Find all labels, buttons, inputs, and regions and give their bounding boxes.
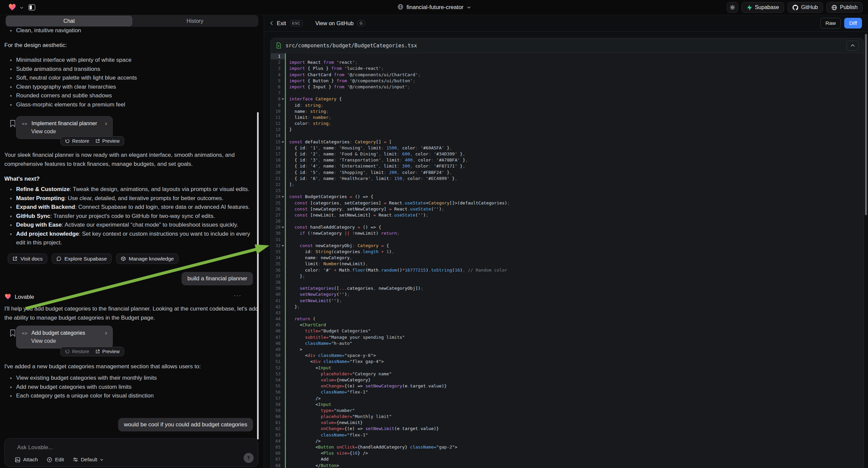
fold-chevron-icon[interactable] — [281, 227, 284, 228]
restore-preview-toolbar: Restore Preview — [60, 136, 124, 146]
restore-button[interactable]: Restore — [65, 138, 89, 144]
manage-knowledge-button[interactable]: Manage knowledge — [116, 254, 179, 264]
line-number: 40 — [271, 291, 285, 297]
code-text: onChange={(e) => setNewCategory(e.target… — [286, 383, 864, 389]
line-number: 67 — [271, 456, 285, 462]
manage-knowledge-label: Manage knowledge — [129, 256, 174, 262]
version-card-add-budget-categories[interactable]: <> Add budget categories › View code — [16, 326, 113, 349]
collapse-file-button[interactable] — [846, 40, 859, 51]
visit-docs-button[interactable]: Visit docs — [8, 254, 47, 264]
sidebar-toggle-icon[interactable] — [27, 2, 37, 12]
line-number: 1 — [271, 53, 285, 59]
code-text: }; — [286, 304, 864, 310]
list-item: Minimalist interface with plenty of whit… — [4, 56, 257, 65]
line-number: 33 — [271, 249, 285, 255]
edit-button[interactable]: Edit — [46, 457, 64, 463]
code-line: 26 const [newCategory, setNewCategory] =… — [271, 206, 864, 212]
code-line: 43 — [271, 310, 864, 316]
code-text: { id: '6', name: 'Healthcare', limit: 15… — [286, 176, 864, 182]
publish-button[interactable]: Publish — [827, 2, 863, 13]
code-text — [286, 218, 864, 224]
workspace-chevron-icon[interactable] — [20, 4, 24, 10]
added-bullet-list: View existing budget categories with the… — [4, 374, 257, 401]
line-number: 12 — [271, 120, 285, 126]
line-number: 16 — [271, 145, 285, 151]
explore-supabase-button[interactable]: Explore Supabase — [52, 254, 112, 264]
list-item: Clean typography with clear hierarchies — [4, 83, 257, 92]
lovable-avatar — [4, 293, 11, 300]
code-text: const defaultCategories: Category[] = [ — [286, 139, 864, 145]
fold-chevron-icon[interactable] — [281, 196, 284, 198]
line-number: 27 — [271, 212, 285, 218]
send-button[interactable] — [244, 453, 254, 463]
code-text: <Button onClick={handleAddCategory} clas… — [286, 444, 864, 450]
line-number: 45 — [271, 322, 285, 328]
code-text: const [categories, setCategories] = Reac… — [286, 200, 864, 206]
line-number: 3 — [271, 65, 285, 71]
restore-button[interactable]: Restore — [65, 349, 89, 354]
line-number: 32 — [271, 243, 285, 249]
bookmark-icon[interactable] — [10, 329, 16, 337]
code-line: 23 — [271, 188, 864, 194]
code-line: 8interface Category { — [271, 96, 864, 102]
fold-chevron-icon[interactable] — [281, 245, 284, 247]
code-text — [286, 53, 864, 59]
view-on-github-button[interactable]: View on GitHub — [315, 20, 354, 27]
code-text: setNewLimit(''); — [286, 298, 864, 304]
chat-scrollbar[interactable] — [257, 112, 259, 439]
code-line: 29 const handleAddCategory = () => { — [271, 224, 864, 230]
preview-button[interactable]: Preview — [95, 349, 120, 354]
code-text: className="flex-1" — [286, 432, 864, 438]
view-code-link[interactable]: View code — [17, 337, 113, 344]
mode-selector[interactable]: Default — [73, 457, 103, 463]
message-menu-icon[interactable]: ··· — [234, 292, 242, 299]
code-text: > — [286, 347, 864, 352]
lovable-logo[interactable] — [8, 3, 17, 11]
code-line: 4import ChartCard from '@/components/ui/… — [271, 72, 864, 78]
project-title-dropdown[interactable]: financial-future-creator — [397, 4, 470, 11]
view-code-link[interactable]: View code — [17, 127, 113, 135]
composer-input[interactable]: Ask Lovable... — [17, 444, 53, 451]
tip-item: GitHub Sync: Transfer your project's cod… — [4, 212, 259, 221]
exit-button[interactable]: Exit — [277, 20, 286, 27]
code-text: import React from 'react'; — [286, 59, 864, 65]
code-text: const newCategoryObj: Category = { — [286, 243, 864, 249]
code-line: 44 return ( — [271, 316, 864, 322]
file-header[interactable]: src/components/budget/BudgetCategories.t… — [271, 38, 864, 53]
code-line: 56 className="flex-1" — [271, 389, 864, 395]
file-path: src/components/budget/BudgetCategories.t… — [285, 42, 417, 49]
preview-button[interactable]: Preview — [95, 138, 120, 144]
composer[interactable]: Ask Lovable... Attach Edit Default — [4, 438, 258, 467]
diff-button[interactable]: Diff — [844, 18, 862, 29]
bookmark-icon[interactable] — [10, 120, 16, 127]
code-text: } — [286, 126, 864, 133]
tab-history[interactable]: History — [132, 16, 258, 26]
code-text: { id: '3', name: 'Transportation', limit… — [286, 157, 864, 163]
raw-button[interactable]: Raw — [820, 18, 841, 29]
attach-button[interactable]: Attach — [15, 457, 38, 463]
publish-label: Publish — [840, 4, 858, 10]
code-text: interface Category { — [286, 96, 864, 102]
code-text: return ( — [286, 316, 864, 322]
assistant-bullet-list: Clean, intuitive navigation — [4, 26, 257, 35]
code-line: 52 <Input — [271, 365, 864, 371]
code-text: if (!newCategory || !newLimit) return; — [286, 230, 864, 236]
version-card-implement-financial-planner[interactable]: <> Implement financial planner › View co… — [16, 116, 113, 139]
version-card-title: Implement financial planner — [32, 120, 97, 126]
line-number: 8 — [271, 96, 285, 102]
file-card: src/components/budget/BudgetCategories.t… — [271, 38, 864, 468]
code-view-header: Exit ESC View on GitHub G Raw Diff — [264, 15, 868, 32]
code-text: </Button> — [286, 463, 864, 468]
fold-chevron-icon[interactable] — [281, 98, 284, 100]
code-scrollbar[interactable] — [865, 34, 867, 215]
github-button[interactable]: GitHub — [787, 2, 823, 13]
line-number: 30 — [271, 230, 285, 236]
user-message: would be cool if you could add budget ca… — [118, 418, 253, 431]
fold-chevron-icon[interactable] — [281, 141, 284, 143]
line-number: 54 — [271, 377, 285, 383]
tab-chat[interactable]: Chat — [6, 16, 132, 26]
line-number: 18 — [271, 157, 285, 163]
settings-button[interactable] — [727, 2, 738, 13]
supabase-button[interactable]: Supabase — [742, 2, 784, 13]
code-line: 62 onChange={(e) => setNewLimit(e.target… — [271, 426, 864, 432]
